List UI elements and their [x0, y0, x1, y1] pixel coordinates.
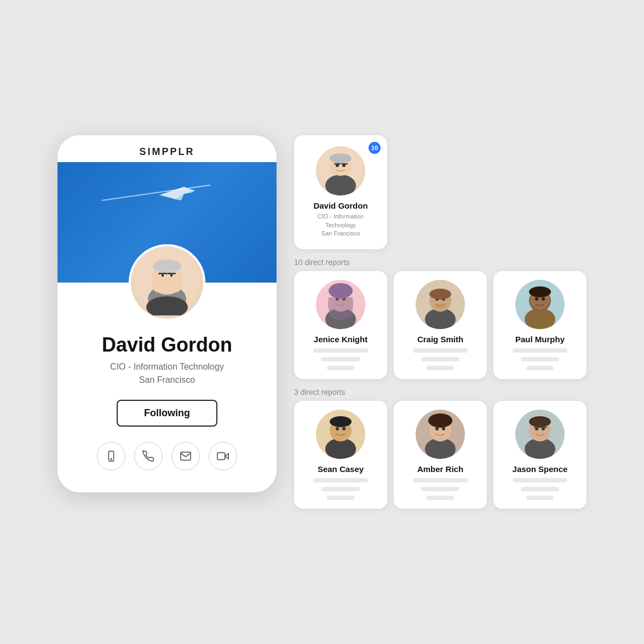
david-card-subtitle: CIO - Information Technology San Francis…: [305, 212, 376, 238]
video-icon-button[interactable]: [209, 442, 237, 470]
sean-avatar: [316, 410, 365, 459]
phone-header: SIMPPLR: [58, 135, 277, 162]
david-card[interactable]: 10 David Gordon CIO - Information Techno…: [294, 135, 387, 249]
svg-point-18: [325, 175, 356, 196]
direct-reports-label-1: 10 direct reports: [294, 258, 586, 267]
svg-point-10: [153, 260, 181, 273]
paul-placeholder-2: [521, 357, 559, 361]
phone-content: David Gordon CIO - Information Technolog…: [58, 321, 277, 492]
paul-card[interactable]: Paul Murphy: [493, 271, 586, 379]
craig-placeholder-1: [413, 348, 468, 353]
svg-point-44: [542, 297, 545, 301]
profile-name: David Gordon: [75, 334, 259, 356]
paul-placeholder-3: [526, 366, 554, 370]
sean-name: Sean Casey: [318, 464, 364, 474]
jason-placeholder-1: [513, 478, 567, 482]
svg-point-51: [330, 416, 352, 427]
svg-rect-9: [167, 273, 176, 274]
profile-avatar-container: [58, 244, 277, 321]
svg-rect-8: [158, 273, 167, 274]
svg-point-65: [529, 416, 551, 427]
amber-card[interactable]: Amber Rich: [394, 401, 487, 509]
svg-point-30: [329, 283, 353, 298]
svg-point-24: [330, 153, 352, 163]
svg-point-45: [529, 286, 551, 297]
mobile-icon-button[interactable]: [97, 442, 125, 470]
main-container: SIMPPLR: [36, 113, 608, 530]
paul-avatar: [515, 280, 565, 329]
svg-point-14: [111, 459, 112, 460]
svg-point-7: [170, 274, 173, 277]
notification-badge: 10: [369, 142, 381, 154]
jenice-card[interactable]: Jenice Knight: [294, 271, 387, 379]
direct-reports-label-2: 3 direct reports: [294, 388, 586, 396]
svg-point-43: [535, 297, 538, 301]
sean-placeholder-1: [313, 478, 368, 482]
svg-point-57: [428, 413, 452, 428]
sean-placeholder-3: [327, 496, 354, 500]
svg-rect-16: [217, 453, 225, 460]
craig-name: Craig Smith: [417, 335, 463, 344]
paul-name: Paul Murphy: [515, 335, 565, 344]
craig-placeholder-2: [421, 357, 459, 361]
sean-card[interactable]: Sean Casey: [294, 401, 387, 509]
amber-name: Amber Rich: [417, 464, 463, 474]
paul-placeholder-1: [513, 348, 567, 353]
svg-point-0: [187, 189, 189, 191]
svg-rect-22: [334, 163, 341, 165]
phone-icon-button[interactable]: [134, 442, 163, 470]
phone-mockup: SIMPPLR: [58, 135, 277, 492]
jason-placeholder-2: [521, 487, 559, 491]
plane-icon: [154, 184, 198, 205]
svg-marker-15: [225, 453, 228, 458]
amber-placeholder-2: [421, 487, 459, 491]
reports-row-1: Jenice Knight: [294, 271, 586, 379]
sean-placeholder-2: [321, 487, 360, 491]
svg-point-39: [435, 303, 446, 309]
david-card-name: David Gordon: [313, 201, 367, 210]
svg-point-6: [162, 274, 164, 277]
profile-avatar: [129, 244, 205, 321]
svg-point-56: [442, 427, 445, 430]
craig-placeholder-3: [427, 366, 454, 370]
jenice-placeholder-3: [327, 366, 354, 370]
reports-row-2: Sean Casey Amber Ri: [294, 401, 586, 509]
jason-name: Jason Spence: [513, 464, 568, 474]
amber-placeholder-1: [413, 478, 468, 482]
craig-avatar: [416, 280, 465, 329]
jenice-name: Jenice Knight: [314, 335, 367, 344]
svg-point-55: [435, 427, 439, 430]
jenice-placeholder-1: [313, 348, 368, 353]
svg-point-50: [342, 427, 346, 430]
following-button[interactable]: Following: [117, 400, 217, 427]
jenice-placeholder-2: [321, 357, 360, 361]
svg-rect-23: [341, 163, 348, 165]
email-icon-button[interactable]: [171, 442, 200, 470]
action-icons-row: [75, 442, 259, 470]
jason-card[interactable]: Jason Spence: [493, 401, 586, 509]
craig-card[interactable]: Craig Smith: [394, 271, 487, 379]
right-panel: 10 David Gordon CIO - Information Techno…: [294, 135, 586, 508]
jason-avatar: [515, 410, 565, 459]
svg-point-38: [429, 289, 451, 300]
profile-title: CIO - Information Technology San Francis…: [75, 360, 259, 387]
david-card-avatar: [316, 146, 365, 196]
svg-point-49: [336, 427, 339, 430]
jenice-avatar: [316, 280, 365, 329]
app-logo: SIMPPLR: [139, 146, 194, 158]
jason-placeholder-3: [526, 496, 554, 500]
amber-avatar: [416, 410, 465, 459]
amber-placeholder-3: [427, 496, 454, 500]
